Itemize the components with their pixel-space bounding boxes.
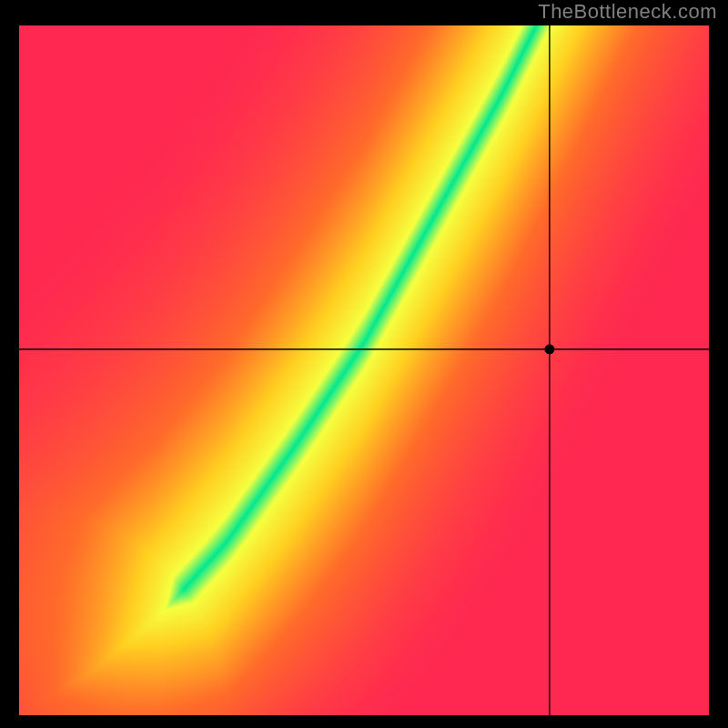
chart-container: TheBottleneck.com (0, 0, 728, 728)
bottleneck-heatmap (19, 25, 709, 715)
watermark-text: TheBottleneck.com (538, 0, 717, 24)
